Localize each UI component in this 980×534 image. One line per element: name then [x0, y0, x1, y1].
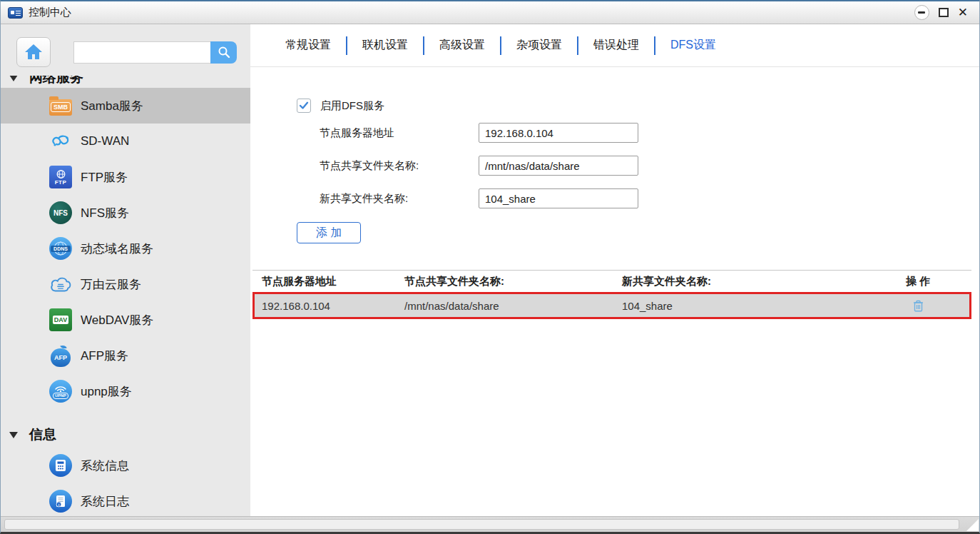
- tab-online-settings[interactable]: 联机设置: [347, 38, 423, 53]
- smb-folder-icon: SMB: [49, 94, 72, 117]
- sidebar-item-ftp[interactable]: FTP FTP服务: [1, 159, 250, 195]
- search-button[interactable]: [210, 41, 237, 64]
- home-icon: [24, 44, 43, 61]
- sidebar-item-nfs[interactable]: NFS NFS服务: [1, 195, 250, 231]
- control-center-window: 控制中心 ✕: [0, 0, 980, 534]
- delete-trash-icon[interactable]: [913, 300, 924, 312]
- header-node-share-folder: 节点共享文件夹名称:: [395, 275, 613, 288]
- search-bar: [73, 41, 237, 64]
- tab-general-settings[interactable]: 常规设置: [270, 38, 346, 53]
- enable-dfs-label: 启用DFS服务: [320, 99, 384, 113]
- ddns-badge: DDNS: [51, 246, 71, 252]
- titlebar: 控制中心 ✕: [1, 1, 979, 24]
- tab-error-handling[interactable]: 错误处理: [578, 38, 654, 53]
- sidebar-group-info[interactable]: 信息: [1, 422, 250, 448]
- sidebar-item-upnp[interactable]: UPNP upnp服务: [1, 373, 250, 409]
- enable-dfs-checkbox[interactable]: [297, 99, 311, 113]
- node-server-address-input[interactable]: [479, 123, 638, 143]
- tab-advanced-settings[interactable]: 高级设置: [424, 38, 500, 53]
- sidebar-item-label: SD-WAN: [81, 134, 129, 148]
- horizontal-scrollbar[interactable]: [1, 516, 979, 532]
- tab-misc-settings[interactable]: 杂项设置: [501, 38, 577, 53]
- sidebar-item-label: AFP服务: [81, 348, 128, 364]
- afp-icon: AFP: [49, 344, 72, 367]
- cell-new-share-folder: 104_share: [615, 300, 867, 312]
- sidebar-item-label: FTP服务: [81, 169, 128, 186]
- cell-actions: [867, 300, 969, 312]
- main-panel: 常规设置 联机设置 高级设置 杂项设置 错误处理 DFS设置: [250, 24, 979, 516]
- webdav-icon: DAV: [49, 308, 72, 331]
- window-controls: ✕: [914, 5, 972, 20]
- resize-grip-icon[interactable]: [966, 519, 979, 531]
- sidebar-item-system-info[interactable]: 系统信息: [1, 448, 250, 483]
- minimize-icon[interactable]: [914, 5, 929, 20]
- sdwan-icon: [49, 130, 72, 153]
- sidebar-item-afp[interactable]: AFP AFP服务: [1, 338, 250, 373]
- dfs-form: 启用DFS服务 节点服务器地址 节点共享文件夹名称: 新共享文件夹名称: 添 加: [250, 67, 979, 243]
- app-icon: [8, 7, 23, 19]
- check-icon: [299, 101, 309, 110]
- maximize-icon[interactable]: [939, 8, 949, 17]
- node-server-address-label: 节点服务器地址: [297, 126, 479, 140]
- sidebar-item-label: upnp服务: [81, 383, 132, 400]
- window-title: 控制中心: [29, 6, 71, 19]
- sidebar-item-webdav[interactable]: DAV WebDAV服务: [1, 302, 250, 338]
- sidebar-toolbar: [1, 24, 250, 67]
- node-share-folder-row: 节点共享文件夹名称:: [297, 156, 979, 176]
- cell-node-share-folder: /mnt/nas/data/share: [397, 300, 615, 312]
- upnp-badge: UPNP: [53, 393, 68, 399]
- cell-node-server-address: 192.168.0.104: [255, 300, 397, 312]
- sidebar-item-label: Samba服务: [81, 98, 143, 114]
- node-server-address-row: 节点服务器地址: [297, 123, 979, 143]
- tab-dfs-settings[interactable]: DFS设置: [655, 38, 731, 53]
- node-share-folder-label: 节点共享文件夹名称:: [297, 159, 479, 173]
- home-button[interactable]: [16, 37, 51, 67]
- header-actions: 操 作: [864, 275, 971, 288]
- node-share-folder-input[interactable]: [479, 156, 638, 176]
- sidebar-item-label: NFS服务: [81, 205, 129, 221]
- sidebar-item-sdwan[interactable]: SD-WAN: [1, 124, 250, 159]
- header-node-server-address: 节点服务器地址: [252, 275, 395, 288]
- tab-bar: 常规设置 联机设置 高级设置 杂项设置 错误处理 DFS设置: [250, 24, 979, 67]
- dav-badge: DAV: [53, 316, 68, 324]
- add-button[interactable]: 添 加: [297, 222, 361, 243]
- sidebar-item-wanyou-cloud[interactable]: 万由云服务: [1, 266, 250, 302]
- system-info-icon: [49, 454, 72, 477]
- ftp-icon: FTP: [49, 166, 72, 188]
- sidebar-item-label: 系统信息: [81, 458, 129, 474]
- sidebar-item-label: 动态域名服务: [81, 241, 153, 257]
- search-icon: [218, 46, 230, 59]
- sidebar-item-label: 系统日志: [81, 493, 129, 510]
- smb-badge: SMB: [51, 102, 71, 112]
- window-body: 网络服务 SMB Samba服务 SD-WAN: [1, 24, 979, 516]
- search-input[interactable]: [73, 41, 210, 64]
- sidebar-item-system-log[interactable]: i 系统日志: [1, 483, 250, 516]
- chevron-down-icon: [9, 76, 18, 81]
- enable-dfs-row: 启用DFS服务: [297, 99, 979, 113]
- upnp-icon: UPNP: [49, 380, 72, 403]
- table-header-row: 节点服务器地址 节点共享文件夹名称: 新共享文件夹名称: 操 作: [252, 270, 971, 292]
- sidebar-group-network[interactable]: 网络服务: [1, 76, 250, 88]
- new-share-folder-row: 新共享文件夹名称:: [297, 188, 979, 208]
- dfs-nodes-table: 节点服务器地址 节点共享文件夹名称: 新共享文件夹名称: 操 作 192.168…: [252, 270, 971, 319]
- group-label: 信息: [29, 425, 56, 444]
- system-log-icon: i: [49, 490, 72, 513]
- sidebar-item-label: WebDAV服务: [81, 312, 153, 328]
- close-icon[interactable]: ✕: [958, 6, 968, 19]
- sidebar: 网络服务 SMB Samba服务 SD-WAN: [1, 24, 250, 516]
- afp-badge: AFP: [54, 354, 67, 361]
- header-new-share-folder: 新共享文件夹名称:: [613, 275, 864, 288]
- chevron-down-icon: [9, 432, 18, 438]
- sidebar-item-samba[interactable]: SMB Samba服务: [1, 88, 250, 124]
- nfs-badge: NFS: [53, 209, 68, 217]
- nfs-icon: NFS: [49, 201, 72, 224]
- scrollbar-thumb[interactable]: [4, 519, 959, 530]
- new-share-folder-input[interactable]: [479, 188, 638, 208]
- cloud-icon: [49, 273, 72, 296]
- sidebar-item-ddns[interactable]: DDNS 动态域名服务: [1, 231, 250, 266]
- new-share-folder-label: 新共享文件夹名称:: [297, 192, 479, 206]
- ftp-badge: FTP: [55, 179, 67, 186]
- table-row-highlighted[interactable]: 192.168.0.104 /mnt/nas/data/share 104_sh…: [252, 292, 971, 319]
- group-label: 网络服务: [29, 76, 83, 87]
- sidebar-item-label: 万由云服务: [81, 276, 141, 293]
